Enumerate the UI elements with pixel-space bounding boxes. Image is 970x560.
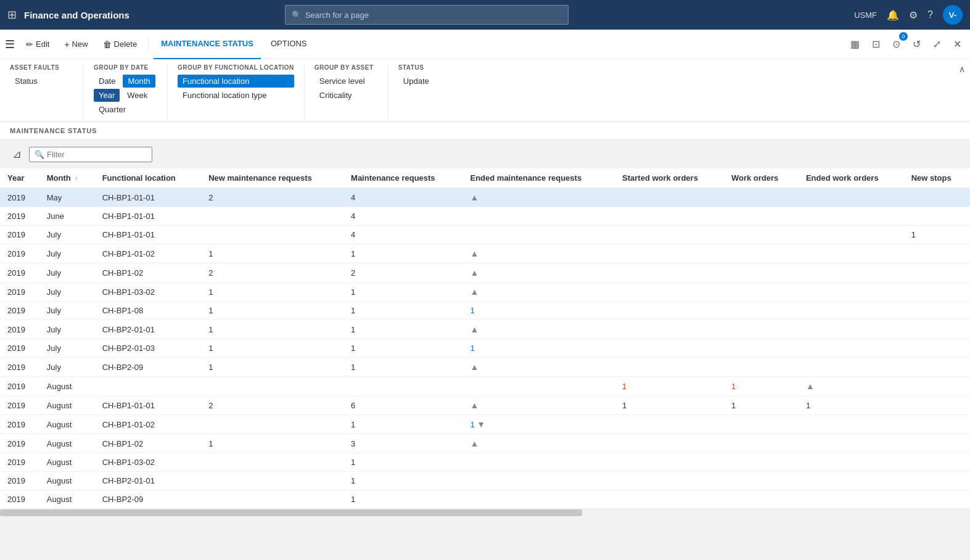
- new-button[interactable]: + New: [58, 36, 94, 53]
- edit-button[interactable]: ✏ Edit: [20, 36, 55, 53]
- grid-icon[interactable]: ⊞: [7, 8, 17, 22]
- cell-new-mr: 1: [201, 282, 343, 302]
- table-row[interactable]: 2019 June CH-BP1-01-01 4: [0, 207, 970, 226]
- cell-mr: 4: [343, 226, 462, 244]
- cell-ended-mr: [463, 453, 615, 472]
- trend-up-icon: ▲: [471, 287, 479, 297]
- cell-wo: 1: [724, 396, 799, 415]
- table-row[interactable]: 2019 July CH-BP2-09 1 1 ▲: [0, 358, 970, 377]
- cell-mr: 1: [343, 358, 462, 377]
- filter-input[interactable]: [47, 150, 147, 159]
- avatar[interactable]: V-: [943, 5, 963, 25]
- cell-ended-mr: ▲: [463, 282, 615, 302]
- cell-wo: [724, 358, 799, 377]
- cell-ended-wo: [799, 282, 904, 302]
- table-row[interactable]: 2019 July CH-BP2-01-03 1 1 1: [0, 339, 970, 358]
- ribbon-item-service-level[interactable]: Service level: [314, 75, 378, 88]
- col-month[interactable]: Month ↑: [39, 168, 95, 188]
- window-icon[interactable]: ⊡: [868, 35, 884, 54]
- cell-year: 2019: [0, 339, 39, 358]
- filter-input-wrap[interactable]: 🔍: [29, 147, 152, 162]
- search-input[interactable]: [305, 10, 562, 20]
- cell-wo: [724, 490, 799, 509]
- horizontal-scrollbar[interactable]: [0, 509, 970, 516]
- cell-new-mr: 2: [201, 188, 343, 207]
- ribbon-item-functional-location-type[interactable]: Functional location type: [178, 89, 294, 102]
- table-row[interactable]: 2019 August CH-BP1-01-02 1 1 ▼: [0, 415, 970, 434]
- tab-maintenance-status[interactable]: MAINTENANCE STATUS: [154, 30, 261, 59]
- ribbon-item-criticality[interactable]: Criticality: [314, 89, 378, 102]
- trend-up-icon: ▲: [471, 362, 479, 372]
- table-row[interactable]: 2019 July CH-BP1-08 1 1 1: [0, 302, 970, 320]
- col-new-mr[interactable]: New maintenance requests: [201, 168, 343, 188]
- col-new-stops[interactable]: New stops: [904, 168, 970, 188]
- cell-month: July: [39, 358, 95, 377]
- col-location[interactable]: Functional location: [95, 168, 202, 188]
- table-row[interactable]: 2019 August CH-BP1-03-02 1: [0, 453, 970, 472]
- cell-mr: 4: [343, 207, 462, 226]
- col-started-wo[interactable]: Started work orders: [615, 168, 724, 188]
- filter-funnel-icon[interactable]: ⊿: [10, 145, 24, 163]
- hamburger-menu[interactable]: ☰: [5, 38, 15, 51]
- ribbon-item-date[interactable]: Date: [94, 75, 120, 88]
- table-row[interactable]: 2019 July CH-BP1-01-02 1 1 ▲: [0, 244, 970, 263]
- table-row[interactable]: 2019 August 1 1 ▲: [0, 377, 970, 396]
- table-row[interactable]: 2019 July CH-BP2-01-01 1 1 ▲: [0, 320, 970, 339]
- cell-ended-mr: [463, 490, 615, 509]
- expand-icon[interactable]: ⤢: [929, 35, 945, 54]
- cell-ended-mr: 1: [463, 339, 615, 358]
- ribbon-item-year[interactable]: Year: [94, 89, 120, 102]
- cell-wo: [724, 415, 799, 434]
- ribbon-item-status[interactable]: Status: [10, 75, 73, 88]
- table-row[interactable]: 2019 July CH-BP1-02 2 2 ▲: [0, 263, 970, 282]
- settings-icon[interactable]: ⚙: [909, 9, 918, 21]
- cell-started-wo: 1: [615, 396, 724, 415]
- grid-view-icon[interactable]: ▦: [847, 35, 863, 54]
- col-ended-mr[interactable]: Ended maintenance requests: [463, 168, 615, 188]
- cell-location: CH-BP2-01-03: [95, 339, 202, 358]
- command-bar: ☰ ✏ Edit + New 🗑 Delete MAINTENANCE STAT…: [0, 30, 970, 59]
- help-icon[interactable]: ?: [927, 9, 933, 20]
- cell-new-stops: [904, 188, 970, 207]
- ribbon-item-quarter[interactable]: Quarter: [94, 103, 157, 116]
- refresh-icon[interactable]: ↺: [909, 35, 924, 54]
- col-mr[interactable]: Maintenance requests: [343, 168, 462, 188]
- cell-new-mr: 2: [201, 263, 343, 282]
- ribbon-item-month[interactable]: Month: [123, 75, 155, 88]
- trend-down-icon: ▼: [477, 419, 485, 429]
- cell-year: 2019: [0, 320, 39, 339]
- table-row[interactable]: 2019 August CH-BP1-02 1 3 ▲: [0, 434, 970, 453]
- cell-new-stops: [904, 339, 970, 358]
- cell-year: 2019: [0, 244, 39, 263]
- ribbon-item-week[interactable]: Week: [122, 89, 152, 102]
- notification-icon[interactable]: 🔔: [887, 9, 899, 21]
- table-row[interactable]: 2019 May CH-BP1-01-01 2 4 ▲: [0, 188, 970, 207]
- cell-location: CH-BP1-03-02: [95, 282, 202, 302]
- col-year[interactable]: Year: [0, 168, 39, 188]
- ribbon-collapse-icon[interactable]: ∧: [959, 64, 965, 74]
- ribbon-group-status-title: STATUS: [398, 64, 462, 71]
- cell-new-stops: [904, 490, 970, 509]
- close-icon[interactable]: ✕: [950, 35, 965, 54]
- search-bar[interactable]: 🔍: [285, 5, 569, 25]
- table-header-row: Year Month ↑ Functional location New mai…: [0, 168, 970, 188]
- delete-button[interactable]: 🗑 Delete: [97, 36, 144, 53]
- table-row[interactable]: 2019 August CH-BP2-09 1: [0, 490, 970, 509]
- cell-mr: 2: [343, 263, 462, 282]
- table-row[interactable]: 2019 August CH-BP1-01-01 2 6 ▲ 1 1 1: [0, 396, 970, 415]
- cell-started-wo: 1: [615, 377, 724, 396]
- trend-up-icon: ▲: [471, 249, 479, 258]
- table-row[interactable]: 2019 July CH-BP1-01-01 4 1: [0, 226, 970, 244]
- trend-up-icon: ▲: [471, 400, 479, 410]
- col-ended-wo[interactable]: Ended work orders: [799, 168, 904, 188]
- ribbon-item-functional-location[interactable]: Functional location: [178, 75, 294, 88]
- cell-ended-wo: [799, 244, 904, 263]
- col-wo[interactable]: Work orders: [724, 168, 799, 188]
- ribbon-item-update[interactable]: Update: [398, 75, 462, 88]
- cell-ended-wo: [799, 339, 904, 358]
- tab-options[interactable]: OPTIONS: [263, 30, 314, 59]
- table-row[interactable]: 2019 July CH-BP1-03-02 1 1 ▲: [0, 282, 970, 302]
- table-row[interactable]: 2019 August CH-BP2-01-01 1: [0, 472, 970, 490]
- username-label: USMF: [854, 10, 877, 20]
- cell-ended-wo: [799, 490, 904, 509]
